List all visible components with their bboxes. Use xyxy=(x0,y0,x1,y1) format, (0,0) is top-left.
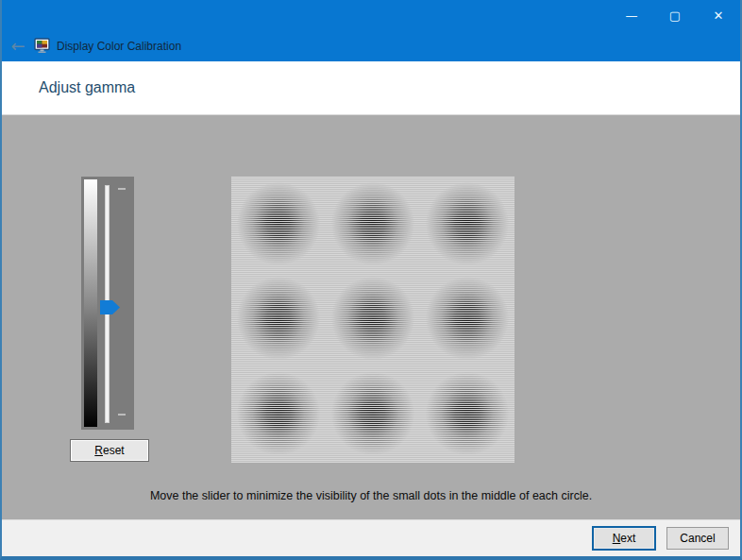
gamma-circle xyxy=(326,366,420,461)
footer-bar: Next Cancel xyxy=(2,519,740,556)
titlebar: — ▢ ✕ xyxy=(2,0,740,30)
slider-tick-bottom xyxy=(118,414,126,416)
minimize-icon[interactable]: — xyxy=(610,0,653,30)
maximize-icon[interactable]: ▢ xyxy=(653,0,697,30)
app-header-bar: ← Display Color Calibration xyxy=(2,30,740,61)
cancel-button[interactable]: Cancel xyxy=(666,527,729,550)
gamma-slider xyxy=(81,177,134,430)
gamma-circle xyxy=(231,271,326,365)
content-area: Reset Move the slider to minimize the vi… xyxy=(2,115,740,519)
gamma-circle xyxy=(420,366,514,461)
gamma-circle xyxy=(326,271,420,365)
gamma-circle xyxy=(326,177,420,271)
slider-thumb[interactable] xyxy=(100,300,120,314)
close-icon[interactable]: ✕ xyxy=(697,0,740,30)
reset-button[interactable]: Reset xyxy=(70,439,149,462)
gamma-circle xyxy=(231,177,326,271)
next-button[interactable]: Next xyxy=(592,526,656,551)
slider-tick-top xyxy=(118,188,126,190)
gamma-circle xyxy=(420,177,514,271)
gamma-gradient-strip xyxy=(84,179,97,427)
app-title: Display Color Calibration xyxy=(57,40,181,53)
display-calibration-icon xyxy=(34,38,50,54)
page-header: Adjust gamma xyxy=(2,61,740,115)
gamma-circle xyxy=(231,366,326,461)
display-color-calibration-window: — ▢ ✕ ← Display Color Calibration Adjust… xyxy=(0,0,742,560)
gamma-circle xyxy=(420,271,514,365)
gamma-test-pattern xyxy=(231,177,514,463)
back-arrow-icon[interactable]: ← xyxy=(2,38,34,55)
instruction-text: Move the slider to minimize the visibili… xyxy=(2,489,740,502)
page-title: Adjust gamma xyxy=(39,79,135,96)
